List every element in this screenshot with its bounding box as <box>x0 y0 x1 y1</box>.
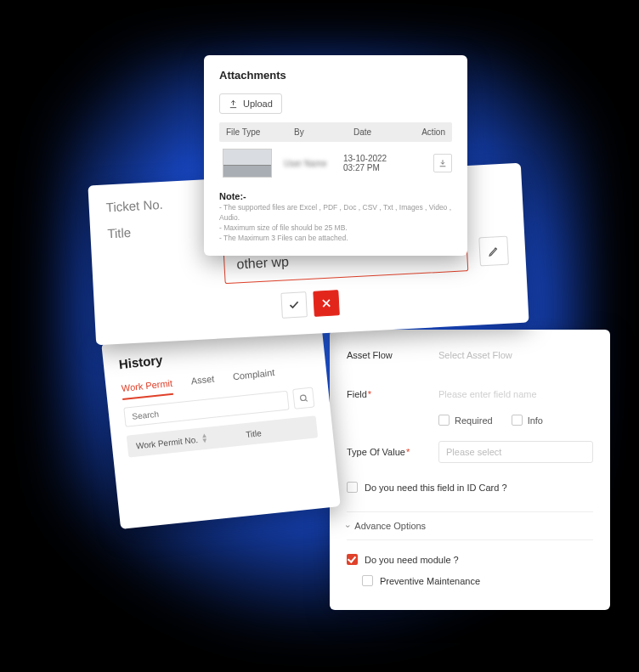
note-item: The Maximum 3 Files can be attached. <box>219 234 452 244</box>
pencil-icon <box>488 245 500 257</box>
title-label: Title <box>107 221 210 240</box>
attachments-card: Attachments Upload File Type By Date Act… <box>204 55 467 256</box>
check-icon <box>288 299 301 312</box>
sort-icon[interactable]: ▲▼ <box>201 433 208 444</box>
type-select[interactable]: Please select <box>438 441 593 463</box>
attachment-date: 13-10-2022 03:27 PM <box>343 154 411 172</box>
pm-label: Preventive Maintenance <box>380 576 480 586</box>
col-by: By <box>287 122 347 142</box>
upload-icon <box>229 99 238 109</box>
col-title[interactable]: Title <box>246 428 263 439</box>
advance-options-toggle[interactable]: › Advance Options <box>347 511 593 540</box>
chevron-down-icon: › <box>343 524 353 527</box>
info-checkbox[interactable]: Info <box>512 415 543 426</box>
pm-checkbox[interactable] <box>362 575 373 586</box>
field-input[interactable]: Please enter field name <box>438 384 593 404</box>
col-date: Date <box>347 122 415 142</box>
id-card-checkbox[interactable] <box>347 482 358 493</box>
tab-complaint[interactable]: Complaint <box>232 367 275 387</box>
asset-flow-label: Asset Flow <box>347 350 423 360</box>
edit-button[interactable] <box>478 236 509 267</box>
id-card-question: Do you need this field in ID Card ? <box>365 483 507 493</box>
required-checkbox[interactable]: Required <box>438 415 493 426</box>
upload-button[interactable]: Upload <box>219 93 282 114</box>
asset-flow-select[interactable]: Select Asset Flow <box>438 345 593 365</box>
field-label: Field* <box>347 389 423 399</box>
close-icon <box>321 298 332 309</box>
attachments-title: Attachments <box>219 69 452 82</box>
tab-work-permit[interactable]: Work Permit <box>121 378 173 400</box>
attachment-thumbnail[interactable] <box>223 149 272 178</box>
svg-line-1 <box>305 399 308 402</box>
attachment-row: User Name 13-10-2022 03:27 PM <box>219 142 452 184</box>
history-card: History Work Permit Asset Complaint Work… <box>101 320 341 529</box>
module-checkbox[interactable] <box>347 554 358 565</box>
search-button[interactable] <box>292 387 314 409</box>
confirm-button[interactable] <box>280 291 308 319</box>
type-label: Type Of Value* <box>347 447 423 457</box>
note-list: The supported files are Excel , PDF , Do… <box>219 203 452 244</box>
search-icon <box>298 393 308 404</box>
note-item: The supported files are Excel , PDF , Do… <box>219 203 452 223</box>
attachment-by: User Name <box>284 159 343 168</box>
col-wp-no[interactable]: Work Permit No. <box>135 434 198 450</box>
tab-asset[interactable]: Asset <box>190 374 215 392</box>
col-file-type: File Type <box>219 122 287 142</box>
col-action: Action <box>415 122 452 142</box>
cancel-button[interactable] <box>313 290 340 317</box>
download-button[interactable] <box>433 154 452 172</box>
ticket-no-label: Ticket No. <box>105 195 208 214</box>
form-card: Asset Flow Select Asset Flow Field* Plea… <box>330 330 610 610</box>
attachments-table-head: File Type By Date Action <box>219 122 452 142</box>
download-icon <box>438 159 447 167</box>
module-question: Do you need module ? <box>365 555 459 565</box>
note-item: Maximum size of file should be 25 MB. <box>219 223 452 234</box>
note-heading: Note:- <box>219 191 452 201</box>
